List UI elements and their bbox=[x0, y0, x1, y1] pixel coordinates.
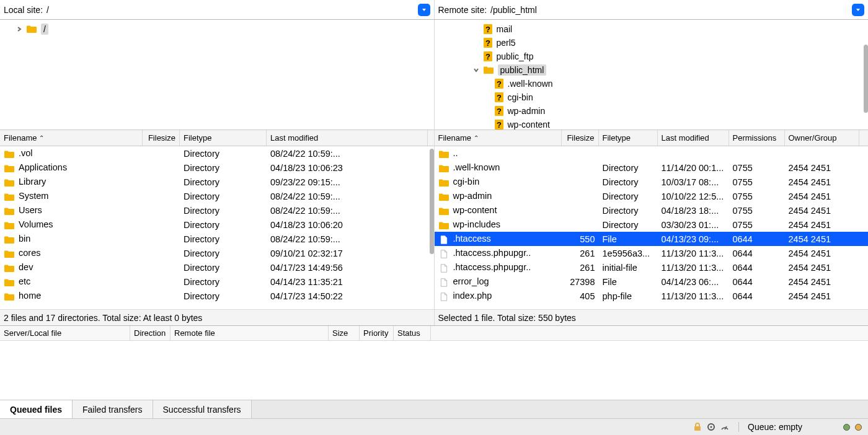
cell: 09/23/22 09:15:... bbox=[267, 177, 428, 187]
column-header[interactable]: Filename⌃ bbox=[435, 130, 562, 146]
filename-cell: error_log bbox=[435, 276, 562, 286]
column-header[interactable]: Last modified bbox=[658, 130, 729, 146]
queue-column-header[interactable]: Server/Local file bbox=[0, 326, 130, 340]
file-row[interactable]: .volDirectory08/24/22 10:59:... bbox=[0, 146, 434, 160]
tree-toggle[interactable] bbox=[483, 93, 492, 102]
tree-toggle[interactable] bbox=[483, 79, 492, 88]
tree-item[interactable]: public_ftp bbox=[435, 50, 869, 63]
queue-column-header[interactable]: Remote file bbox=[170, 326, 329, 340]
tree-toggle[interactable] bbox=[483, 120, 492, 129]
file-row[interactable]: homeDirectory04/17/23 14:50:22 bbox=[0, 289, 434, 303]
local-site-dropdown[interactable] bbox=[418, 4, 430, 16]
file-row[interactable]: .htaccess550File04/13/23 09:...06442454 … bbox=[435, 232, 869, 246]
unknown-folder-icon bbox=[483, 51, 493, 62]
cell: 261 bbox=[562, 248, 599, 258]
file-row[interactable]: VolumesDirectory04/18/23 10:06:20 bbox=[0, 218, 434, 232]
tree-toggle[interactable] bbox=[472, 66, 480, 74]
lock-icon[interactable] bbox=[693, 422, 702, 432]
local-file-list[interactable]: .volDirectory08/24/22 10:59:...Applicati… bbox=[0, 146, 434, 309]
gear-icon[interactable] bbox=[706, 422, 716, 432]
scrollbar-thumb[interactable] bbox=[864, 45, 868, 113]
file-row[interactable]: .htaccess.phpupgr..2611e5956a3...11/13/2… bbox=[435, 246, 869, 260]
filename-cell: .. bbox=[435, 148, 562, 158]
tree-item[interactable]: wp-admin bbox=[435, 104, 869, 118]
cell: 2454 2451 bbox=[785, 234, 859, 244]
queue-body[interactable] bbox=[0, 341, 868, 400]
sort-arrow-icon: ⌃ bbox=[39, 134, 44, 141]
tree-toggle[interactable] bbox=[472, 38, 480, 47]
queue-column-header[interactable]: Direction bbox=[130, 326, 170, 340]
tree-toggle[interactable] bbox=[483, 107, 492, 115]
remote-site-dropdown[interactable] bbox=[852, 4, 864, 16]
tree-item[interactable]: public_html bbox=[435, 63, 869, 77]
file-row[interactable]: binDirectory08/24/22 10:59:... bbox=[0, 232, 434, 246]
cell: 09/10/21 02:32:17 bbox=[267, 248, 428, 258]
tree-label: perl5 bbox=[497, 38, 516, 48]
queue-column-header[interactable]: Status bbox=[394, 326, 431, 340]
sort-arrow-icon: ⌃ bbox=[474, 134, 479, 141]
tree-item[interactable]: .well-known bbox=[435, 77, 869, 90]
file-row[interactable]: LibraryDirectory09/23/22 09:15:... bbox=[0, 175, 434, 189]
tree-label: mail bbox=[497, 24, 513, 34]
column-header[interactable]: Last modified bbox=[267, 130, 428, 146]
local-site-label: Local site: bbox=[4, 5, 43, 15]
tree-toggle[interactable] bbox=[472, 52, 480, 61]
file-row[interactable]: coresDirectory09/10/21 02:32:17 bbox=[0, 246, 434, 260]
remote-site-input[interactable] bbox=[490, 5, 852, 15]
column-header[interactable]: Filename⌃ bbox=[0, 130, 143, 146]
column-header[interactable]: Filetype bbox=[180, 130, 267, 146]
file-row[interactable]: wp-adminDirectory10/10/22 12:5...0755245… bbox=[435, 189, 869, 203]
file-row[interactable]: error_log27398File04/14/23 06:...0644245… bbox=[435, 275, 869, 289]
filename-cell: Library bbox=[0, 177, 143, 187]
cell: 0755 bbox=[729, 206, 785, 216]
speed-icon[interactable] bbox=[720, 422, 730, 432]
remote-list-header[interactable]: Filename⌃FilesizeFiletypeLast modifiedPe… bbox=[435, 130, 869, 146]
column-header[interactable]: Permissions bbox=[729, 130, 785, 146]
tree-toggle[interactable] bbox=[472, 25, 480, 33]
queue-header[interactable]: Server/Local fileDirectionRemote fileSiz… bbox=[0, 326, 868, 341]
local-site-input[interactable] bbox=[46, 5, 417, 15]
tab-successful-transfers[interactable]: Successful transfers bbox=[153, 400, 252, 418]
file-row[interactable]: UsersDirectory08/24/22 10:59:... bbox=[0, 203, 434, 218]
file-row[interactable]: devDirectory04/17/23 14:49:56 bbox=[0, 260, 434, 275]
file-row[interactable]: cgi-binDirectory10/03/17 08:...07552454 … bbox=[435, 175, 869, 189]
file-row[interactable]: .well-knownDirectory11/14/20 00:1...0755… bbox=[435, 160, 869, 175]
queue-column-header[interactable]: Size bbox=[329, 326, 360, 340]
folder-icon bbox=[4, 264, 15, 273]
scrollbar-thumb[interactable] bbox=[430, 149, 434, 254]
tree-item[interactable]: mail bbox=[435, 22, 869, 36]
local-tree[interactable]: / bbox=[0, 20, 434, 130]
file-row[interactable]: index.php405php-file11/13/20 11:3...0644… bbox=[435, 289, 869, 303]
cell: 11/13/20 11:3... bbox=[658, 248, 729, 258]
column-header[interactable]: Filetype bbox=[599, 130, 658, 146]
cell: 405 bbox=[562, 291, 599, 301]
column-header[interactable]: Filesize bbox=[562, 130, 599, 146]
tab-failed-transfers[interactable]: Failed transfers bbox=[73, 400, 153, 418]
file-row[interactable]: wp-contentDirectory04/18/23 18:...075524… bbox=[435, 203, 869, 218]
tree-item[interactable]: cgi-bin bbox=[435, 90, 869, 104]
status-dot-1[interactable] bbox=[843, 424, 850, 431]
queue-column-header[interactable]: Priority bbox=[360, 326, 394, 340]
tree-label: wp-admin bbox=[508, 106, 546, 116]
cell: 04/14/23 06:... bbox=[658, 277, 729, 287]
tree-toggle[interactable] bbox=[15, 25, 24, 33]
column-header[interactable]: Owner/Group bbox=[785, 130, 859, 146]
status-dot-2[interactable] bbox=[855, 424, 862, 431]
file-row[interactable]: SystemDirectory08/24/22 10:59:... bbox=[0, 189, 434, 203]
remote-file-list[interactable]: ...well-knownDirectory11/14/20 00:1...07… bbox=[435, 146, 869, 309]
file-row[interactable]: etcDirectory04/14/23 11:35:21 bbox=[0, 275, 434, 289]
cell: 11/14/20 00:1... bbox=[658, 163, 729, 173]
cell: 2454 2451 bbox=[785, 248, 859, 258]
column-header[interactable]: Filesize bbox=[143, 130, 180, 146]
tree-item[interactable]: / bbox=[0, 22, 434, 36]
file-row[interactable]: wp-includesDirectory03/30/23 01:...07552… bbox=[435, 218, 869, 232]
file-row[interactable]: .htaccess.phpupgr..261initial-file11/13/… bbox=[435, 260, 869, 275]
tree-item[interactable]: perl5 bbox=[435, 36, 869, 50]
file-row[interactable]: ApplicationsDirectory04/18/23 10:06:23 bbox=[0, 160, 434, 175]
filename-cell: Applications bbox=[0, 162, 143, 172]
tree-item[interactable]: wp-content bbox=[435, 118, 869, 130]
file-row[interactable]: .. bbox=[435, 146, 869, 160]
tab-queued-files[interactable]: Queued files bbox=[0, 400, 73, 418]
local-list-header[interactable]: Filename⌃FilesizeFiletypeLast modified bbox=[0, 130, 434, 146]
remote-tree[interactable]: mailperl5public_ftppublic_html.well-know… bbox=[435, 20, 869, 130]
